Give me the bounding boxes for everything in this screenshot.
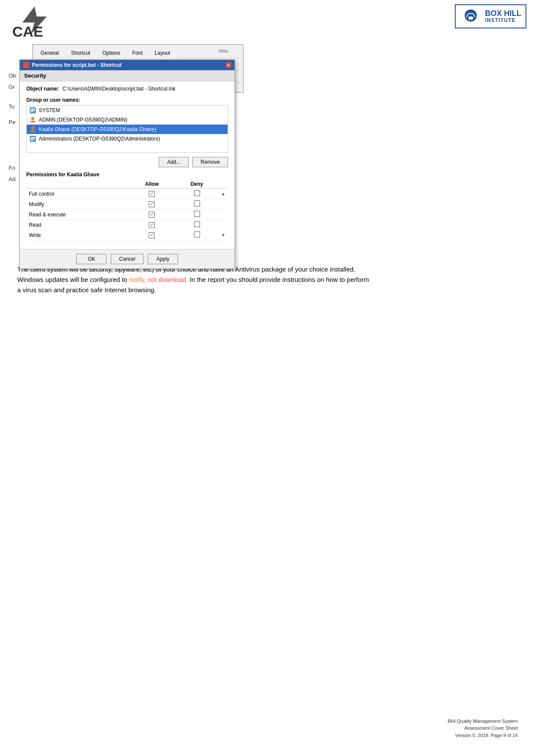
user-admin-name: ADMIN (DESKTOP-G5390Q2\ADMIN) (39, 117, 127, 123)
object-name-value: C:\Users\ADMIN\Desktop\script.bat - Shor… (63, 86, 175, 92)
users-list[interactable]: SYSTEM ADMIN (DESKTOP-G5390Q2\ADMIN) (26, 105, 228, 153)
add-button[interactable]: Add... (159, 157, 189, 167)
permissions-header: Permissions for Kaalia Ghave (26, 172, 228, 178)
permissions-table: Allow Deny Full control ✓ ▲ (26, 180, 228, 241)
perm-deny-read-execute[interactable] (175, 209, 219, 220)
not-download-text: not download. (147, 276, 188, 283)
perm-deny-modify[interactable] (175, 199, 219, 209)
tab-shortcut[interactable]: Shortcut (66, 47, 96, 58)
perm-col-allow: Allow (129, 180, 175, 189)
perm-deny-write[interactable] (175, 230, 219, 241)
tab-options[interactable]: Options (97, 47, 125, 58)
perm-name-read-execute: Read & execute (26, 209, 129, 220)
tab-layout[interactable]: Layout (149, 47, 176, 58)
svg-point-8 (31, 127, 34, 130)
tab-general[interactable]: General (35, 47, 65, 58)
footer-line2: Assessment Cover Sheet (447, 725, 518, 732)
security-dialog: Permissions for script.bat - Shortcut × … (19, 59, 235, 269)
group-label: Group or user names: (26, 97, 228, 103)
cancel-button[interactable]: Cancel (111, 254, 143, 264)
perm-allow-read-execute[interactable]: ✓ (129, 209, 175, 220)
dialog-titlebar: Permissions for script.bat - Shortcut × (20, 60, 235, 70)
top-area: CAE BOX HILL INSTITUTE (0, 0, 535, 44)
perm-row-modify: Modify ✓ (26, 199, 228, 209)
user-administrators-name: Administrators (DESKTOP-G5390Q2\Administ… (39, 136, 160, 142)
dialog-section-header: Security (20, 70, 235, 81)
perm-col-name (26, 180, 129, 189)
perm-deny-full-control[interactable] (175, 189, 219, 199)
dialog-footer: OK Cancel Apply (20, 249, 235, 269)
tab-font[interactable]: Font (127, 47, 148, 58)
add-remove-row: Add... Remove (26, 157, 228, 167)
svg-rect-5 (31, 110, 35, 111)
boxhill-logo: BOX HILL INSTITUTE (455, 4, 526, 28)
perm-allow-write[interactable]: ✓ (129, 230, 175, 241)
user-kaalia-name: Kaalia Ghave (DESKTOP-G5390Q2\Kaalia Gha… (39, 126, 156, 132)
perm-row-write: Write ✓ ▼ (26, 230, 228, 241)
cae-logo: CAE (9, 4, 65, 40)
perm-scroll-down: ▼ (219, 230, 228, 241)
user-item-admin[interactable]: ADMIN (DESKTOP-G5390Q2\ADMIN) (27, 115, 228, 125)
svg-rect-4 (31, 109, 35, 109)
perm-allow-full-control[interactable]: ✓ (129, 189, 175, 199)
object-name-label: Object name: (26, 86, 59, 92)
user-item-system[interactable]: SYSTEM (27, 106, 228, 115)
boxhill-name: BOX HILL (485, 9, 521, 18)
perm-name-full-control: Full control (26, 189, 129, 199)
notify-text: notify, (129, 276, 146, 283)
dialog-body: Object name: C:\Users\ADMIN\Desktop\scri… (20, 81, 235, 249)
dialog-title-text: Permissions for script.bat - Shortcut (32, 62, 122, 68)
close-button[interactable]: × (226, 62, 231, 68)
ok-button[interactable]: OK (76, 254, 106, 264)
dialog-title-icon (23, 62, 29, 68)
object-name-row: Object name: C:\Users\ADMIN\Desktop\scri… (26, 86, 228, 92)
user-system-name: SYSTEM (39, 107, 60, 113)
svg-rect-6 (31, 111, 33, 112)
perm-deny-read[interactable] (175, 220, 219, 230)
svg-point-7 (31, 117, 34, 120)
perm-name-modify: Modify (26, 199, 129, 209)
perm-row-read: Read ✓ (26, 220, 228, 230)
user-item-administrators[interactable]: Administrators (DESKTOP-G5390Q2\Administ… (27, 134, 228, 144)
svg-rect-12 (31, 140, 33, 141)
perm-name-write: Write (26, 230, 129, 241)
user-item-kaalia[interactable]: Kaalia Ghave (DESKTOP-G5390Q2\Kaalia Gha… (27, 125, 228, 134)
footer-line3: Version 5: 2018. Page 9 of 14 (447, 732, 518, 739)
footer-line1: BHI Quality Management System (447, 718, 518, 725)
remove-button[interactable]: Remove (192, 157, 228, 167)
svg-rect-10 (31, 137, 35, 138)
permissions-table-container: Allow Deny Full control ✓ ▲ (26, 180, 228, 245)
perm-allow-read[interactable]: ✓ (129, 220, 175, 230)
svg-text:CAE: CAE (13, 23, 44, 39)
virtu-label: Virtu (177, 46, 241, 58)
perm-allow-modify[interactable]: ✓ (129, 199, 175, 209)
svg-point-2 (468, 16, 473, 20)
svg-rect-11 (31, 138, 35, 139)
perm-scroll-up: ▲ (219, 189, 228, 199)
perm-row-read-execute: Read & execute ✓ (26, 209, 228, 220)
boxhill-sub: INSTITUTE (485, 18, 521, 23)
perm-name-read: Read (26, 220, 129, 230)
page-footer: BHI Quality Management System Assessment… (447, 718, 518, 739)
perm-col-deny: Deny (175, 180, 219, 189)
apply-button[interactable]: Apply (148, 254, 178, 264)
bg-tabs-row1: General Shortcut Options Font Layout Vir… (33, 45, 243, 58)
screenshot-area: Ob Gr To Pe Fo Ad General Shortcut Optio… (9, 44, 244, 251)
page-container: CAE BOX HILL INSTITUTE Ob Gr To Pe Fo Ad (0, 0, 535, 304)
partial-labels: Ob Gr To Pe Fo Ad (9, 70, 16, 185)
perm-row-full-control: Full control ✓ ▲ (26, 189, 228, 199)
